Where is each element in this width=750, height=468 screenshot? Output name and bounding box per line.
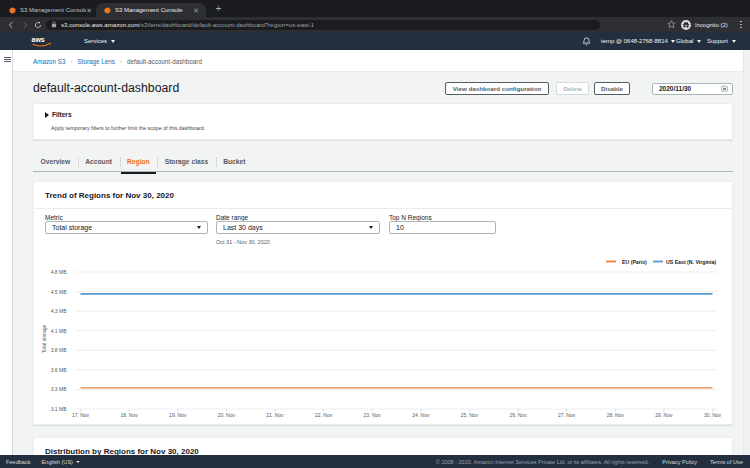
incognito-badge[interactable]: Incognito (2) [681, 19, 728, 31]
feedback-link[interactable]: Feedback [6, 459, 31, 465]
tab-close-icon[interactable]: ✕ [193, 7, 199, 14]
scrollbar-track[interactable] [743, 50, 750, 455]
svg-text:3.6 MB: 3.6 MB [51, 367, 68, 373]
lock-icon [51, 21, 57, 28]
support-menu[interactable]: Support [707, 32, 736, 50]
url-path: /s3/lens/dashboard/default-account-dashb… [139, 21, 314, 28]
tabs-divider [33, 171, 733, 172]
s3-favicon [9, 7, 16, 14]
svg-text:27. Nov: 27. Nov [558, 412, 576, 418]
tab-storage-class[interactable]: Storage class [157, 152, 216, 172]
svg-text:US East (N. Virginia): US East (N. Virginia) [666, 259, 716, 265]
svg-text:26. Nov: 26. Nov [509, 412, 527, 418]
tab-overview[interactable]: Overview [33, 152, 78, 172]
console-body: Amazon S3 › Storage Lens › default-accou… [0, 50, 750, 455]
breadcrumb-link-storage-lens[interactable]: Storage Lens [78, 58, 115, 65]
calendar-icon [721, 85, 728, 92]
caret-down-icon [671, 40, 675, 43]
breadcrumb-link-s3[interactable]: Amazon S3 [33, 58, 66, 65]
filters-panel: Filters Apply temporary filters to furth… [33, 103, 733, 140]
forward-icon[interactable] [21, 21, 29, 29]
browser-tabstrip: S3 Management Console ✕ S3 Management Co… [0, 0, 750, 17]
reload-icon[interactable] [34, 21, 42, 29]
svg-text:23. Nov: 23. Nov [364, 412, 382, 418]
svg-text:30. Nov: 30. Nov [704, 412, 722, 418]
app-root: S3 Management Console ✕ S3 Management Co… [0, 0, 750, 468]
breadcrumb: Amazon S3 › Storage Lens › default-accou… [33, 50, 202, 72]
distribution-panel-title: Distribution by Regions for Nov 30, 2020 [45, 447, 199, 456]
browser-tab-1[interactable]: S3 Management Console ✕ [4, 3, 97, 17]
tab-bucket[interactable]: Bucket [216, 152, 253, 172]
svg-text:4.3 MB: 4.3 MB [51, 308, 68, 314]
copyright-text: © 2008 - 2020, Amazon Internet Services … [436, 459, 649, 465]
svg-text:19. Nov: 19. Nov [169, 412, 187, 418]
filters-header[interactable]: Filters [45, 111, 72, 118]
svg-text:20. Nov: 20. Nov [218, 412, 236, 418]
svg-text:28. Nov: 28. Nov [607, 412, 625, 418]
left-nav-rail [0, 50, 13, 455]
svg-text:25. Nov: 25. Nov [461, 412, 479, 418]
delete-button[interactable]: Delete [556, 82, 589, 95]
console-footer: Feedback English (US) © 2008 - 2020, Ama… [0, 455, 750, 468]
caret-down-icon [369, 226, 373, 229]
svg-text:Total storage: Total storage [41, 324, 47, 353]
aws-navbar: aws Services temp @ 0648-2768-8814 Globa… [0, 32, 750, 50]
services-menu[interactable]: Services [84, 32, 115, 50]
browser-tab-title: S3 Management Console [20, 7, 86, 13]
metric-select[interactable]: Total storage [45, 221, 208, 234]
svg-text:4.5 MB: 4.5 MB [51, 289, 68, 295]
svg-text:24. Nov: 24. Nov [412, 412, 430, 418]
terms-of-use-link[interactable]: Terms of Use [710, 459, 743, 465]
filters-description: Apply temporary filters to further limit… [51, 125, 205, 131]
breadcrumb-bar: Amazon S3 › Storage Lens › default-accou… [13, 50, 750, 72]
filters-title: Filters [52, 111, 72, 118]
caret-down-icon [697, 40, 701, 43]
svg-text:17. Nov: 17. Nov [72, 412, 90, 418]
browser-tab-2-active[interactable]: S3 Management Console ✕ [96, 3, 206, 17]
trend-panel: Trend of Regions for Nov 30, 2020 Metric… [33, 181, 733, 425]
svg-text:22. Nov: 22. Nov [315, 412, 333, 418]
top-n-label: Top N Regions [389, 214, 432, 221]
url-text: s3.console.aws.amazon.com/s3/lens/dashbo… [61, 21, 314, 28]
tab-account[interactable]: Account [78, 152, 120, 172]
address-bar[interactable]: s3.console.aws.amazon.com/s3/lens/dashbo… [46, 20, 600, 31]
browser-menu-icon[interactable] [739, 19, 743, 30]
aws-logo[interactable]: aws [30, 35, 54, 48]
metric-label: Metric [45, 214, 63, 221]
notifications-bell-icon[interactable] [582, 37, 591, 46]
browser-tab-title: S3 Management Console [115, 7, 183, 13]
svg-text:4.1 MB: 4.1 MB [51, 328, 68, 334]
view-dashboard-configuration-button[interactable]: View dashboard configuration [445, 82, 550, 95]
disable-button[interactable]: Disable [594, 82, 630, 95]
back-icon[interactable] [7, 21, 15, 29]
language-menu[interactable]: English (US) [42, 459, 80, 465]
hamburger-menu-icon[interactable] [4, 57, 11, 63]
trend-line-chart: 3.1 MB3.3 MB3.6 MB3.8 MB4.1 MB4.3 MB4.5 … [34, 182, 734, 426]
top-n-input[interactable]: 10 [389, 221, 496, 234]
region-menu[interactable]: Global [676, 32, 701, 50]
url-host: s3.console.aws.amazon.com [61, 21, 139, 28]
caret-down-icon [111, 40, 115, 43]
page-actions: View dashboard configuration Delete Disa… [438, 82, 733, 95]
s3-favicon [104, 7, 111, 14]
account-menu[interactable]: temp @ 0648-2768-8814 [601, 32, 675, 50]
bookmark-star-icon[interactable] [667, 20, 676, 29]
privacy-policy-link[interactable]: Privacy Policy [662, 459, 697, 465]
trend-panel-title: Trend of Regions for Nov 30, 2020 [45, 191, 174, 200]
svg-text:29. Nov: 29. Nov [655, 412, 673, 418]
breadcrumb-separator: › [71, 58, 73, 64]
date-picker[interactable]: 2020/11/30 [652, 83, 733, 95]
svg-text:3.1 MB: 3.1 MB [51, 406, 68, 412]
new-tab-button[interactable]: + [213, 4, 224, 15]
svg-text:3.3 MB: 3.3 MB [51, 386, 68, 392]
tab-region[interactable]: Region [120, 152, 158, 172]
caret-down-icon [732, 40, 736, 43]
tab-close-icon[interactable]: ✕ [86, 7, 92, 14]
svg-text:4.8 MB: 4.8 MB [51, 269, 68, 275]
incognito-label: Incognito (2) [695, 22, 728, 28]
date-range-select[interactable]: Last 30 days [216, 221, 380, 234]
breadcrumb-current: default-account-dashboard [127, 58, 202, 65]
date-range-hint: Oct 31 - Nov 30, 2020 [216, 239, 270, 245]
svg-text:18. Nov: 18. Nov [120, 412, 138, 418]
date-value: 2020/11/30 [659, 85, 721, 92]
